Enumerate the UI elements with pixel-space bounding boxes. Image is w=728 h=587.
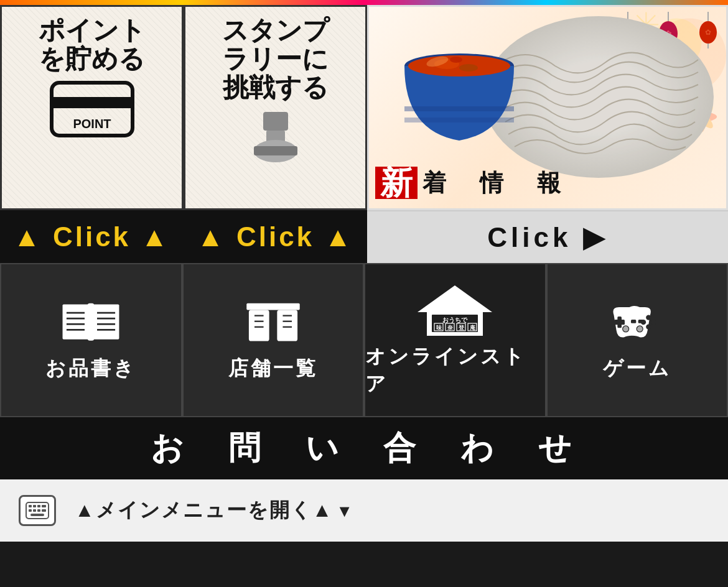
svg-rect-70	[33, 505, 36, 507]
online-tile-label: オンラインストア	[365, 343, 545, 398]
svg-text:味: 味	[436, 325, 442, 331]
svg-text:登: 登	[458, 325, 465, 331]
svg-text:奈: 奈	[447, 325, 454, 331]
points-title: ポイント を貯める	[39, 16, 146, 73]
points-click-button[interactable]: ▲ Click ▲	[0, 210, 184, 263]
svg-rect-71	[37, 505, 40, 507]
svg-point-22	[450, 57, 462, 63]
stamp-click-label: ▲ Click ▲	[197, 221, 354, 252]
svg-text:POINT: POINT	[73, 117, 111, 131]
online-tile[interactable]: おうちで 味 奈 登 庵 オンラインストア	[364, 263, 546, 417]
stamp-title: スタンプ ラリーに 挑戦する	[222, 16, 329, 103]
svg-rect-65	[638, 320, 643, 323]
points-card-icon: POINT	[49, 80, 136, 141]
svg-rect-37	[246, 303, 299, 310]
svg-rect-1	[52, 97, 133, 108]
svg-rect-59	[614, 320, 625, 325]
svg-rect-38	[249, 310, 269, 341]
svg-point-67	[637, 326, 643, 332]
points-panel[interactable]: ポイント を貯める POINT ▲ Click ▲	[0, 5, 184, 263]
menu-tile-label: お品書き	[45, 355, 136, 382]
svg-rect-75	[37, 509, 40, 512]
svg-marker-46	[418, 285, 492, 312]
svg-text:庵: 庵	[469, 324, 476, 331]
svg-rect-77	[30, 514, 44, 516]
new-info-badge: 新 着 情 報	[375, 167, 566, 199]
svg-point-61	[651, 320, 656, 325]
svg-rect-3	[263, 112, 288, 131]
svg-rect-39	[277, 310, 297, 341]
svg-text:おうちで: おうちで	[442, 317, 468, 323]
svg-rect-27	[93, 304, 119, 339]
game-tile[interactable]: ゲーム	[546, 263, 729, 417]
soup-bowl	[400, 44, 518, 152]
svg-rect-28	[88, 303, 95, 341]
info-text: 着 情 報	[422, 167, 566, 199]
gamepad-icon	[606, 298, 668, 350]
svg-rect-69	[29, 505, 32, 507]
stamp-card: スタンプ ラリーに 挑戦する	[184, 5, 367, 210]
svg-rect-25	[404, 118, 514, 122]
svg-rect-76	[42, 509, 46, 512]
svg-rect-26	[63, 304, 89, 339]
stamp-icon	[245, 109, 307, 177]
keyboard-icon	[19, 495, 56, 526]
game-tile-label: ゲーム	[603, 355, 671, 382]
stamp-click-button[interactable]: ▲ Click ▲	[184, 210, 367, 263]
points-card: ポイント を貯める POINT	[0, 5, 184, 210]
points-click-label: ▲ Click ▲	[13, 221, 170, 252]
lantern-3: ✿	[699, 12, 717, 49]
svg-point-60	[646, 315, 651, 320]
new-kanji: 新	[375, 167, 418, 199]
stores-tile[interactable]: 店舗一覧	[182, 263, 365, 417]
svg-rect-72	[42, 505, 46, 507]
deco-bar	[0, 0, 728, 5]
menu-tile[interactable]: お品書き	[0, 263, 182, 417]
svg-rect-73	[29, 509, 32, 512]
top-section: ポイント を貯める POINT ▲ Click ▲ スタンプ ラリーに 挑戦する	[0, 5, 728, 263]
tiles-section: お品書き 店舗一覧	[0, 263, 728, 417]
svg-rect-74	[33, 509, 36, 512]
footer-menu-text[interactable]: ▲メインメニューを開く▲ ▾	[75, 497, 350, 524]
news-click-label: Click ▶	[487, 221, 607, 253]
house-icon-wrap: おうちで 味 奈 登 庵	[414, 282, 495, 338]
stamp-panel[interactable]: スタンプ ラリーに 挑戦する ▲ Click ▲	[184, 5, 367, 263]
news-click-button[interactable]: Click ▶	[367, 210, 728, 263]
svg-point-66	[622, 326, 628, 332]
stores-tile-label: 店舗一覧	[228, 355, 318, 382]
svg-rect-64	[631, 320, 636, 323]
news-panel[interactable]: ✿ ✿ ✿	[367, 5, 728, 263]
contact-label: お 問 い 合 わ せ	[151, 427, 577, 470]
contact-banner[interactable]: お 問 い 合 わ せ	[0, 417, 728, 479]
book-icon	[60, 298, 122, 350]
svg-point-63	[646, 325, 651, 330]
svg-point-21	[459, 64, 478, 72]
svg-rect-24	[404, 106, 514, 111]
food-image-area: ✿ ✿ ✿	[367, 5, 728, 210]
footer: ▲メインメニューを開く▲ ▾	[0, 479, 728, 542]
store-icon	[242, 298, 304, 350]
svg-rect-6	[254, 146, 297, 155]
